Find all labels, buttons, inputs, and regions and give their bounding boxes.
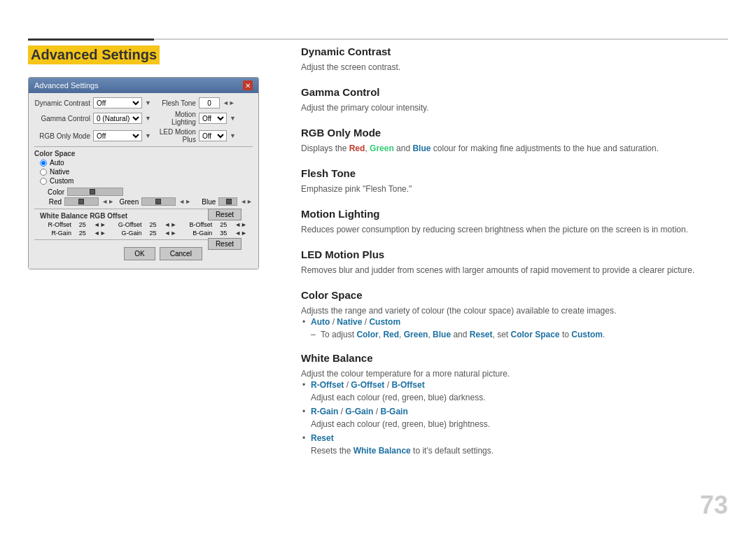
link-custom-cs: Custom	[571, 330, 603, 339]
radio-auto[interactable]: Auto	[40, 159, 253, 167]
link-reset-wb: Reset	[311, 433, 334, 443]
slider-red-label: Red	[40, 198, 62, 206]
section-title: Advanced Settings	[28, 45, 160, 64]
link-r-offset: R-Offset	[311, 380, 344, 390]
left-panel: Advanced Settings Advanced Settings ✕ Dy…	[28, 45, 294, 506]
radio-custom[interactable]: Custom	[40, 177, 253, 185]
link-b-offset: B-Offset	[391, 380, 424, 390]
dialog-body: Dynamic Contrast Off ▼ Flesh Tone ◄► Gam…	[29, 93, 258, 269]
dialog-box: Advanced Settings ✕ Dynamic Contrast Off…	[28, 77, 259, 269]
wb-g-gain-val: 25	[146, 230, 160, 237]
dialog-row-1: Dynamic Contrast Off ▼ Flesh Tone ◄►	[34, 97, 253, 108]
label-dynamic-contrast: Dynamic Contrast	[34, 99, 90, 107]
wb-b-gain-label: B-Gain	[181, 230, 212, 237]
text-rgb-gain: Adjust each colour (red, green, blue) br…	[311, 418, 728, 430]
link-green: Green	[404, 330, 428, 339]
link-custom: Custom	[369, 317, 400, 327]
section-led-motion-plus: LED Motion Plus Removes blur and judder …	[301, 248, 728, 276]
link-red: Red	[349, 143, 365, 153]
label-flesh-tone: Flesh Tone	[154, 99, 196, 107]
text-flesh-tone: Emphasize pink "Flesh Tone."	[301, 183, 728, 195]
slider-color-track[interactable]	[67, 188, 123, 196]
slider-blue-label: Blue	[194, 198, 216, 206]
ok-button[interactable]: OK	[124, 247, 155, 260]
label-led-motion-plus: LED Motion Plus	[154, 128, 196, 143]
select-motion-lighting[interactable]: Off	[199, 113, 227, 124]
bullet-reset-wb: Reset Resets the White Balance to it's d…	[311, 433, 728, 457]
heading-rgb-only-mode: RGB Only Mode	[301, 127, 728, 139]
link-r-gain: R-Gain	[311, 407, 338, 416]
color-reset-button[interactable]: Reset	[208, 209, 241, 220]
link-g-offset: G-Offset	[351, 380, 384, 390]
link-red: Red	[383, 330, 399, 339]
divider-2	[34, 209, 208, 209]
wb-row-gain: R-Gain 25 ◄► G-Gain 25 ◄► B-Gain 35 ◄►	[40, 230, 247, 237]
wb-g-offset-label: G-Offset	[111, 221, 142, 228]
section-rgb-only-mode: RGB Only Mode Displays the Red, Green an…	[301, 127, 728, 155]
slider-red-thumb	[78, 199, 84, 204]
slider-color-label: Color	[40, 188, 64, 196]
heading-gamma-control: Gamma Control	[301, 86, 728, 98]
text-led-motion-plus: Removes blur and judder from scenes with…	[301, 264, 728, 276]
color-space-label: Color Space	[34, 150, 253, 157]
link-blue: Blue	[412, 143, 430, 153]
section-color-space: Color Space Adjusts the range and variet…	[301, 289, 728, 339]
slider-green-thumb	[155, 199, 161, 204]
page-number: 73	[700, 491, 728, 520]
dialog-title: Advanced Settings	[34, 81, 99, 90]
heading-white-balance: White Balance	[301, 352, 728, 364]
link-native: Native	[337, 317, 362, 327]
label-gamma-control: Gamma Control	[34, 115, 90, 122]
slider-green-track[interactable]	[141, 197, 176, 206]
wb-offset-rows: R-Offset 25 ◄► G-Offset 25 ◄► B-Offset 2…	[34, 221, 253, 237]
radio-native[interactable]: Native	[40, 168, 253, 176]
dash-color-space-instruction: To adjust Color, Red, Green, Blue and Re…	[321, 330, 728, 339]
section-motion-lighting: Motion Lighting Reduces power consumptio…	[301, 208, 728, 236]
slider-color: Color	[40, 188, 253, 196]
input-flesh-tone[interactable]	[199, 97, 220, 108]
link-color: Color	[356, 330, 378, 339]
text-white-balance: Adjust the colour temperature for a more…	[301, 367, 728, 380]
select-rgb-only-mode[interactable]: Off	[93, 130, 142, 141]
heading-motion-lighting: Motion Lighting	[301, 208, 728, 220]
dialog-button-row: OK Cancel	[34, 243, 208, 265]
link-colorspace: Color Space	[511, 330, 560, 339]
wb-r-offset-val: 25	[76, 221, 90, 228]
link-auto: Auto	[311, 317, 330, 327]
wb-row-offset: R-Offset 25 ◄► G-Offset 25 ◄► B-Offset 2…	[40, 221, 247, 228]
wb-r-offset-label: R-Offset	[40, 221, 71, 228]
section-white-balance: White Balance Adjust the colour temperat…	[301, 352, 728, 457]
text-dynamic-contrast: Adjust the screen contrast.	[301, 61, 728, 73]
link-reset-cs: Reset	[470, 330, 493, 339]
select-gamma-control[interactable]: 0 (Natural)	[93, 113, 142, 124]
slider-blue-track[interactable]	[218, 197, 237, 206]
bullet-rgb-gain: R-Gain / G-Gain / B-Gain Adjust each col…	[311, 407, 728, 430]
heading-led-motion-plus: LED Motion Plus	[301, 248, 728, 260]
wb-b-offset-label: B-Offset	[181, 221, 212, 228]
dialog-row-3: RGB Only Mode Off ▼ LED Motion Plus Off …	[34, 128, 253, 143]
select-dynamic-contrast[interactable]: Off	[93, 97, 142, 108]
text-color-space: Adjusts the range and variety of colour …	[301, 304, 728, 317]
select-led-motion-plus[interactable]: Off	[199, 130, 227, 141]
section-gamma-control: Gamma Control Adjust the primary colour …	[301, 86, 728, 114]
slider-row-rgb: Red ◄► Green ◄► Blue ◄►	[40, 197, 253, 206]
heading-dynamic-contrast: Dynamic Contrast	[301, 45, 728, 57]
text-reset-wb: Resets the White Balance to it's default…	[311, 444, 728, 457]
dialog-close-button[interactable]: ✕	[243, 80, 253, 90]
dialog-titlebar: Advanced Settings ✕	[29, 78, 258, 93]
link-blue-cs: Blue	[433, 330, 451, 339]
cancel-button[interactable]: Cancel	[160, 247, 202, 260]
link-b-gain: B-Gain	[380, 407, 407, 416]
divider-1	[34, 146, 253, 147]
wb-g-gain-label: G-Gain	[111, 230, 142, 237]
text-rgb-only-mode: Displays the Red, Green and Blue colour …	[301, 142, 728, 155]
slider-green-label: Green	[117, 198, 139, 206]
slider-red-track[interactable]	[64, 197, 99, 206]
wb-b-offset-val: 25	[216, 221, 230, 228]
wb-r-gain-label: R-Gain	[40, 230, 71, 237]
divider-3	[34, 239, 208, 240]
dialog-row-2: Gamma Control 0 (Natural) ▼ Motion Light…	[34, 111, 253, 126]
label-motion-lighting: Motion Lighting	[154, 111, 196, 126]
right-panel: Dynamic Contrast Adjust the screen contr…	[301, 45, 728, 506]
wb-reset-button[interactable]: Reset	[208, 238, 241, 250]
